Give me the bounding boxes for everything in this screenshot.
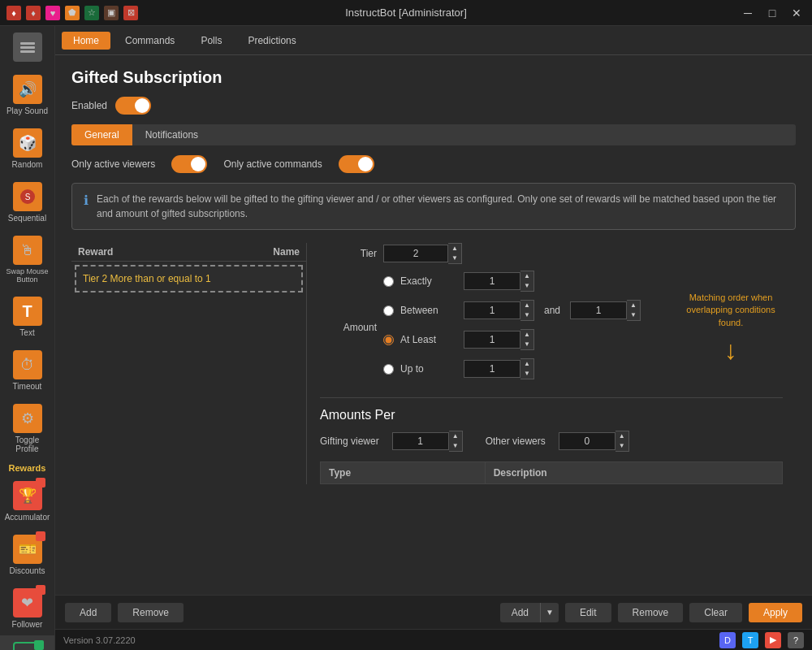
tab-notifications[interactable]: Notifications <box>132 124 211 145</box>
svg-rect-1 <box>20 46 35 49</box>
clear-button[interactable]: Clear <box>689 603 742 622</box>
sidebar-item-toggle-profile[interactable]: ⚙ Toggle Profile <box>0 397 54 460</box>
remove-button-left[interactable]: Remove <box>118 603 184 622</box>
twitter-icon[interactable]: T <box>742 632 758 648</box>
between-radio[interactable] <box>383 306 394 316</box>
footer-icons: D T ▶ ? <box>719 632 804 648</box>
sidebar-item-parallel[interactable] <box>0 26 54 68</box>
sidebar-item-discounts-label: Discounts <box>10 566 45 575</box>
topnav-polls[interactable]: Polls <box>189 32 233 50</box>
sidebar-item-play-sound[interactable]: 🔊 Play Sound <box>0 68 54 122</box>
tier-spinner-btns: ▲ ▼ <box>448 243 462 264</box>
accumulator-icon: 🏆 <box>13 481 42 510</box>
add-button-left[interactable]: Add <box>65 603 111 622</box>
swap-mouse-icon: 🖱 <box>13 236 42 265</box>
atleast-decrement[interactable]: ▼ <box>520 340 533 349</box>
nav-icon-4: ☆ <box>84 6 99 20</box>
between-increment1[interactable]: ▲ <box>520 301 533 310</box>
topnav-commands[interactable]: Commands <box>114 32 186 50</box>
atleast-input[interactable] <box>464 331 520 349</box>
between-decrement2[interactable]: ▼ <box>627 310 640 320</box>
info-text: Each of the rewards below will be gifted… <box>97 192 784 221</box>
svg-rect-0 <box>20 42 35 45</box>
gifting-viewer-input[interactable] <box>392 432 449 450</box>
apply-button[interactable]: Apply <box>749 603 802 622</box>
between-increment2[interactable]: ▲ <box>627 301 640 310</box>
sidebar-item-gifted-subscription[interactable]: 🎁 Gifted Subscription <box>0 635 54 650</box>
gifting-viewer-decrement[interactable]: ▼ <box>449 441 462 451</box>
sidebar-item-sequential-label: Sequential <box>8 214 46 223</box>
exactly-increment[interactable]: ▲ <box>520 271 533 281</box>
between-decrement1[interactable]: ▼ <box>520 310 533 320</box>
sidebar-item-timeout-label: Timeout <box>13 382 42 391</box>
between-spinner2-btns: ▲ ▼ <box>627 300 641 321</box>
upto-spinner-btns: ▲ ▼ <box>520 358 534 379</box>
add-button-right[interactable]: Add <box>500 603 540 622</box>
sidebar-item-discounts[interactable]: 🎫 Discounts <box>0 528 54 582</box>
sidebar-item-random[interactable]: 🎲 Random <box>0 122 54 176</box>
sidebar-item-text[interactable]: T Text <box>0 290 54 344</box>
topnav-home[interactable]: Home <box>62 32 110 50</box>
between-input2[interactable] <box>570 301 627 319</box>
only-active-commands-toggle[interactable] <box>339 155 374 173</box>
col-description: Description <box>485 462 782 484</box>
titlebar-title: InstructBot [Administrator] <box>345 6 467 19</box>
youtube-icon[interactable]: ▶ <box>765 632 781 648</box>
text-icon: T <box>13 297 42 326</box>
reward-item-0[interactable]: Tier 2 More than or equal to 1 <box>75 265 303 292</box>
upto-increment[interactable]: ▲ <box>520 359 533 369</box>
info-icon: ℹ <box>84 193 89 208</box>
amount-options: Exactly ▲ ▼ <box>383 271 641 384</box>
right-panel: Tier ▲ ▼ Amount <box>307 243 796 484</box>
exactly-input[interactable] <box>464 272 520 290</box>
exactly-radio[interactable] <box>383 276 394 287</box>
remove-button-right[interactable]: Remove <box>618 603 684 622</box>
atleast-increment[interactable]: ▲ <box>520 330 533 340</box>
gifting-viewer-increment[interactable]: ▲ <box>449 431 462 441</box>
exactly-row: Exactly ▲ ▼ <box>383 271 641 292</box>
sidebar-item-accumulator[interactable]: 🏆 Accumulator <box>0 474 54 528</box>
atleast-spinner: ▲ ▼ <box>464 329 534 350</box>
add-dropdown-arrow[interactable]: ▼ <box>540 603 559 622</box>
tab-general[interactable]: General <box>71 124 132 145</box>
tier-input[interactable] <box>383 245 448 262</box>
matching-order-overlay: Matching order when overlapping conditio… <box>682 292 780 369</box>
gifted-subscription-badge <box>34 640 44 650</box>
sidebar-item-follower-label: Follower <box>12 620 43 629</box>
atleast-row: At Least ▲ ▼ <box>383 329 641 350</box>
amounts-row: Gifting viewer ▲ ▼ Other viewers <box>320 431 783 452</box>
sidebar-item-swap-mouse[interactable]: 🖱 Swap Mouse Button <box>0 229 54 290</box>
add-split-button: Add ▼ <box>500 603 559 622</box>
sidebar-item-follower[interactable]: ❤ Follower <box>0 582 54 635</box>
extra-icon[interactable]: ? <box>788 632 804 648</box>
upto-input[interactable] <box>464 360 520 378</box>
close-button[interactable]: ✕ <box>788 4 806 22</box>
between-row: Between ▲ ▼ and <box>383 300 641 321</box>
upto-radio[interactable] <box>383 364 394 375</box>
other-viewers-decrement[interactable]: ▼ <box>615 441 628 451</box>
between-input1[interactable] <box>464 301 520 319</box>
upto-decrement[interactable]: ▼ <box>520 369 533 379</box>
tier-decrement[interactable]: ▼ <box>448 254 461 263</box>
tier-spinner: ▲ ▼ <box>383 243 462 264</box>
amounts-per-title: Amounts Per <box>320 408 783 422</box>
only-active-viewers-toggle[interactable] <box>171 155 207 173</box>
exactly-spinner: ▲ ▼ <box>464 271 534 292</box>
sidebar-item-timeout[interactable]: ⏱ Timeout <box>0 344 54 397</box>
enabled-toggle[interactable] <box>115 97 151 115</box>
tab-bar: General Notifications <box>71 124 796 145</box>
maximize-button[interactable]: □ <box>763 4 781 22</box>
minimize-button[interactable]: ─ <box>739 4 757 22</box>
exactly-decrement[interactable]: ▼ <box>520 281 533 291</box>
other-viewers-increment[interactable]: ▲ <box>615 431 628 441</box>
between-spinner2: ▲ ▼ <box>570 300 641 321</box>
other-viewers-input[interactable] <box>559 432 615 450</box>
tier-increment[interactable]: ▲ <box>448 244 461 254</box>
atleast-radio[interactable] <box>383 335 394 345</box>
sidebar-item-sequential[interactable]: S Sequential <box>0 176 54 229</box>
edit-button[interactable]: Edit <box>565 603 611 622</box>
discord-icon[interactable]: D <box>719 632 736 648</box>
topnav-predictions[interactable]: Predictions <box>236 32 307 50</box>
reward-col-header: Reward <box>78 246 113 258</box>
between-label: Between <box>400 305 457 316</box>
